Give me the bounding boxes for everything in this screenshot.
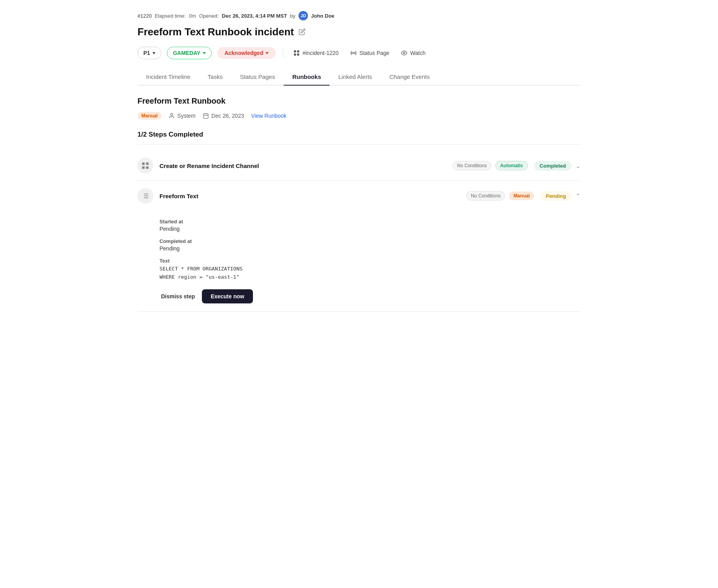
watch-label: Watch xyxy=(410,50,425,56)
step-1-no-conditions: No Conditions xyxy=(452,161,491,170)
svg-rect-0 xyxy=(294,50,296,52)
svg-point-5 xyxy=(403,52,405,54)
runbook-title: Freeform Text Runbook xyxy=(137,97,581,106)
step-1-status: Completed xyxy=(534,161,571,171)
step-1-chevron-icon[interactable]: ⌄ xyxy=(575,162,581,170)
step-row-1: Create or Rename Incident Channel No Con… xyxy=(137,151,581,181)
step-2-type-badge: Manual xyxy=(509,192,534,200)
started-at-section: Started at Pending xyxy=(159,219,581,232)
step-2-no-conditions: No Conditions xyxy=(466,191,505,201)
text-line-1: SELECT * FROM ORGANIZATIONS xyxy=(159,265,581,273)
text-line-2: WHERE region = "us-east-1" xyxy=(159,273,581,281)
priority-button[interactable]: P1 xyxy=(137,47,161,59)
status-page-label: Status Page xyxy=(359,50,389,56)
step-2-name: Freeform Text xyxy=(159,193,460,199)
tab-linked-alerts[interactable]: Linked Alerts xyxy=(330,69,381,86)
step-1-name: Create or Rename Incident Channel xyxy=(159,163,446,169)
tabs: Incident Timeline Tasks Status Pages Run… xyxy=(137,69,581,86)
step-2-status: Pending xyxy=(540,191,571,201)
radio-icon xyxy=(350,50,357,56)
incident-channel-link[interactable]: #incident-1220 xyxy=(290,48,342,58)
elapsed-value: 0m xyxy=(189,13,196,19)
elapsed-label: Elapsed time: xyxy=(155,13,186,19)
runbook-section: Freeform Text Runbook Manual System Dec … xyxy=(137,97,581,312)
user-icon xyxy=(169,113,175,119)
steps-header: 1/2 Steps Completed xyxy=(137,131,581,144)
incident-channel-label: #incident-1220 xyxy=(302,50,339,56)
completed-at-label: Completed at xyxy=(159,238,581,244)
edit-title-icon[interactable] xyxy=(299,28,306,36)
gameday-button[interactable]: GAMEDAY xyxy=(167,47,212,59)
calendar-icon xyxy=(203,113,209,119)
status-page-link[interactable]: Status Page xyxy=(347,48,392,58)
step-2-chevron-icon[interactable]: ⌃ xyxy=(575,192,581,200)
opened-date: Dec 26, 2023, 4:14 PM MST xyxy=(222,13,287,19)
svg-rect-3 xyxy=(297,53,299,55)
page-title: Freeform Text Runbook incident xyxy=(137,26,294,38)
by-label: by xyxy=(290,13,295,19)
started-at-value: Pending xyxy=(159,226,581,232)
action-bar: P1 GAMEDAY Acknowledged #incident-1220 xyxy=(137,47,581,59)
started-at-label: Started at xyxy=(159,219,581,225)
step-2-list-icon xyxy=(141,192,149,200)
acknowledged-label: Acknowledged xyxy=(224,50,263,56)
step-2-detail: Started at Pending Completed at Pending … xyxy=(137,211,581,312)
meta-bar: #1220 Elapsed time: 0m Opened: Dec 26, 2… xyxy=(137,11,581,20)
svg-point-6 xyxy=(171,113,173,115)
step-1-status-right: Completed ⌄ xyxy=(534,161,581,171)
svg-rect-2 xyxy=(294,53,296,55)
step-2-status-right: Pending ⌃ xyxy=(540,191,581,201)
svg-point-4 xyxy=(353,53,354,54)
step-2-badges: No Conditions Manual xyxy=(466,191,534,201)
incident-id: #1220 xyxy=(137,13,152,19)
acknowledged-chevron-icon xyxy=(266,52,269,54)
step-1-badges: No Conditions Automatic xyxy=(452,161,528,170)
date-meta: Dec 26, 2023 xyxy=(203,113,244,119)
slack-icon xyxy=(293,50,300,56)
svg-rect-1 xyxy=(297,50,299,52)
completed-at-section: Completed at Pending xyxy=(159,238,581,252)
gameday-chevron-icon xyxy=(203,52,206,54)
runbook-date: Dec 26, 2023 xyxy=(211,113,244,119)
gameday-label: GAMEDAY xyxy=(173,50,200,56)
runbook-meta: Manual System Dec 26, 2023 View Runbook xyxy=(137,112,581,120)
svg-rect-12 xyxy=(146,163,149,165)
author-name: John Doe xyxy=(311,13,334,19)
completed-at-value: Pending xyxy=(159,245,581,252)
svg-rect-7 xyxy=(203,114,208,119)
priority-chevron-icon xyxy=(152,52,156,54)
tab-status-pages[interactable]: Status Pages xyxy=(231,69,284,86)
opened-label: Opened: xyxy=(199,13,219,19)
avatar: JD xyxy=(299,11,308,20)
dismiss-step-button[interactable]: Dismiss step xyxy=(159,290,196,303)
tab-runbooks[interactable]: Runbooks xyxy=(284,69,330,86)
tab-change-events[interactable]: Change Events xyxy=(381,69,438,86)
step-1-type-badge: Automatic xyxy=(495,161,528,170)
svg-rect-11 xyxy=(142,163,145,165)
manual-badge: Manual xyxy=(137,112,161,120)
title-row: Freeform Text Runbook incident xyxy=(137,26,581,38)
svg-rect-13 xyxy=(142,166,145,169)
tab-incident-timeline[interactable]: Incident Timeline xyxy=(137,69,199,86)
step-2-actions: Dismiss step Execute now xyxy=(159,289,581,303)
step-2-icon-wrap xyxy=(137,188,153,204)
action-bar-divider xyxy=(283,48,283,58)
system-meta: System xyxy=(169,113,196,119)
execute-now-button[interactable]: Execute now xyxy=(202,289,253,303)
step-1-slack-icon xyxy=(141,162,149,170)
text-section: Text SELECT * FROM ORGANIZATIONS WHERE r… xyxy=(159,258,581,281)
text-label: Text xyxy=(159,258,581,264)
svg-rect-14 xyxy=(146,166,149,169)
acknowledged-button[interactable]: Acknowledged xyxy=(217,47,276,59)
step-row-2: Freeform Text No Conditions Manual Pendi… xyxy=(137,181,581,211)
tab-tasks[interactable]: Tasks xyxy=(199,69,231,86)
watch-link[interactable]: Watch xyxy=(398,48,429,58)
eye-icon xyxy=(401,50,407,56)
system-label: System xyxy=(177,113,196,119)
view-runbook-link[interactable]: View Runbook xyxy=(251,113,286,119)
step-1-icon-wrap xyxy=(137,158,153,173)
priority-label: P1 xyxy=(143,50,150,56)
